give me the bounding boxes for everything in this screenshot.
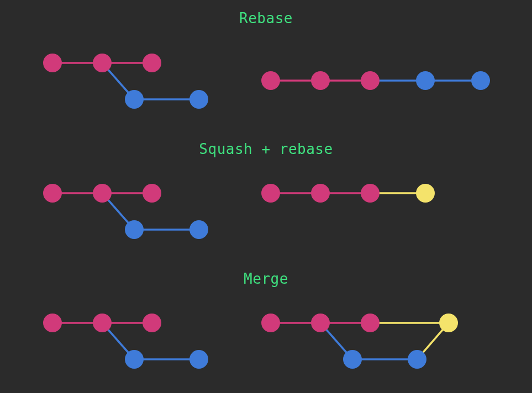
squash-before-node-2: [143, 184, 161, 203]
squash-before-node-4: [189, 220, 208, 239]
rebase-before-node-4: [189, 90, 208, 109]
merge-after-node-4: [408, 350, 426, 369]
merge-after-node-0: [261, 314, 280, 332]
git-diagram-canvas: [0, 0, 532, 393]
rebase-before-node-3: [125, 90, 144, 109]
rebase-before-node-2: [143, 54, 161, 72]
squash-after-node-0: [261, 184, 280, 203]
merge-before-node-2: [143, 314, 161, 332]
merge-before-node-1: [93, 314, 112, 332]
rebase-after-node-2: [361, 71, 380, 90]
merge-after-node-1: [311, 314, 330, 332]
merge-after-node-5: [439, 314, 458, 332]
rebase-before-node-0: [43, 54, 62, 72]
merge-before-node-4: [189, 350, 208, 369]
squash-after-node-1: [311, 184, 330, 203]
squash-after-node-2: [361, 184, 380, 203]
merge-after-node-2: [361, 314, 380, 332]
squash-after-node-3: [416, 184, 435, 203]
squash-before-node-3: [125, 220, 144, 239]
rebase-after-node-3: [416, 71, 435, 90]
merge-before-node-0: [43, 314, 62, 332]
rebase-after-node-0: [261, 71, 280, 90]
squash-before-node-1: [93, 184, 112, 203]
rebase-before-node-1: [93, 54, 112, 72]
squash-before-node-0: [43, 184, 62, 203]
merge-after-node-3: [343, 350, 362, 369]
merge-before-node-3: [125, 350, 144, 369]
rebase-after-node-1: [311, 71, 330, 90]
rebase-after-node-4: [471, 71, 490, 90]
